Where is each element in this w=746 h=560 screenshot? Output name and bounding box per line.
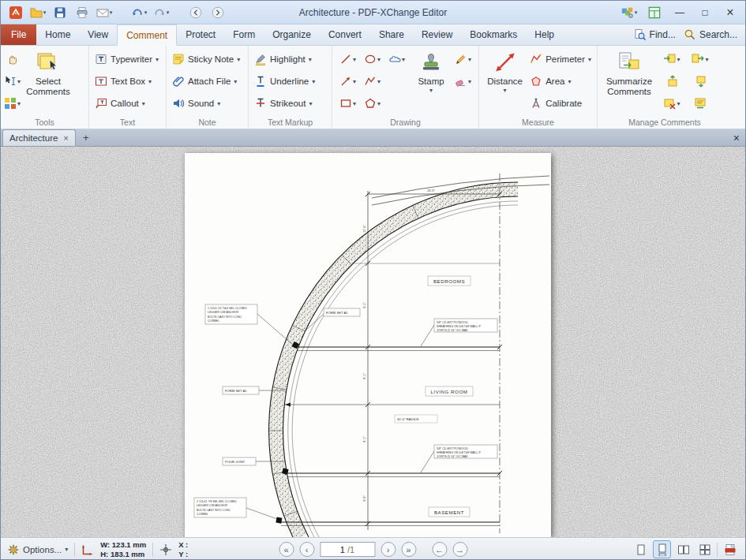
- sticky-note-button[interactable]: Sticky Note ▾: [170, 48, 242, 70]
- cloud-tool-button[interactable]: ▾: [384, 48, 409, 70]
- dropdown-caret[interactable]: ▾: [237, 56, 240, 63]
- perimeter-button[interactable]: Perimeter ▾: [527, 48, 594, 70]
- dropdown-caret[interactable]: ▾: [312, 78, 315, 85]
- arrow-tool-button[interactable]: ▾: [336, 70, 360, 92]
- dropdown-caret[interactable]: ▾: [568, 78, 571, 85]
- area-button[interactable]: Area ▾: [527, 70, 594, 92]
- show-comments-button[interactable]: [694, 92, 707, 114]
- tab-share[interactable]: Share: [370, 24, 413, 45]
- dropdown-caret[interactable]: ▾: [377, 78, 380, 85]
- dropdown-caret[interactable]: ▾: [504, 87, 507, 94]
- tab-form[interactable]: Form: [224, 24, 264, 45]
- dropdown-caret[interactable]: ▾: [429, 87, 433, 94]
- new-document-tab-button[interactable]: +: [79, 131, 93, 144]
- next-comment-button[interactable]: [694, 70, 707, 92]
- dropdown-caret[interactable]: ▾: [402, 56, 405, 63]
- dropdown-caret[interactable]: ▾: [588, 56, 591, 63]
- dropdown-caret[interactable]: ▾: [353, 56, 356, 63]
- tab-help[interactable]: Help: [526, 24, 563, 45]
- print-button[interactable]: [72, 3, 92, 22]
- import-comments-button[interactable]: ▾: [663, 48, 680, 70]
- document-tab-architecture[interactable]: Architecture ×: [2, 129, 76, 146]
- polygon-line-tool-button[interactable]: ▾: [360, 70, 384, 92]
- maximize-button[interactable]: □: [695, 4, 715, 21]
- tab-bookmarks[interactable]: Bookmarks: [461, 24, 526, 45]
- dropdown-caret[interactable]: ▾: [65, 546, 68, 553]
- search-button[interactable]: Search...: [684, 28, 737, 41]
- dropdown-caret[interactable]: ▾: [234, 78, 237, 85]
- open-button[interactable]: ▾: [28, 3, 48, 22]
- summarize-comments-button[interactable]: Summarize Comments: [601, 48, 658, 97]
- dropdown-caret[interactable]: ▾: [17, 100, 21, 107]
- dropdown-caret[interactable]: ▾: [468, 78, 471, 85]
- previous-view-button[interactable]: ←: [432, 542, 447, 557]
- callout-button[interactable]: Callout ▾: [92, 92, 161, 114]
- dropdown-caret[interactable]: ▾: [217, 100, 220, 107]
- next-view-button[interactable]: →: [452, 542, 467, 557]
- dropdown-caret[interactable]: ▾: [705, 56, 708, 63]
- save-button[interactable]: [50, 3, 70, 22]
- comment-styles-button[interactable]: ▾: [4, 92, 21, 114]
- dropdown-caret[interactable]: ▾: [110, 9, 113, 16]
- hide-comments-button[interactable]: ▾: [663, 92, 680, 114]
- text-box-button[interactable]: Text Box ▾: [92, 70, 161, 92]
- dropdown-caret[interactable]: ▾: [353, 78, 356, 85]
- pdf-mode-button[interactable]: [721, 540, 739, 558]
- close-button[interactable]: ×: [720, 4, 740, 21]
- close-pane-icon[interactable]: ×: [733, 132, 740, 144]
- two-page-view-button[interactable]: [674, 540, 692, 558]
- select-text-tool-button[interactable]: ▾: [4, 70, 21, 92]
- select-comments-button[interactable]: Select Comments: [21, 48, 76, 97]
- dropdown-caret[interactable]: ▾: [156, 56, 159, 63]
- nav-forward-button[interactable]: [208, 3, 228, 22]
- minimize-button[interactable]: —: [669, 4, 690, 21]
- tab-comment[interactable]: Comment: [117, 24, 177, 46]
- typewriter-button[interactable]: Typewriter ▾: [92, 48, 161, 70]
- dropdown-caret[interactable]: ▾: [353, 100, 356, 107]
- rectangle-tool-button[interactable]: ▾: [336, 92, 360, 114]
- calibrate-button[interactable]: Calibrate: [527, 92, 594, 114]
- next-page-button[interactable]: ›: [380, 542, 395, 557]
- distance-button[interactable]: Distance ▾: [482, 48, 527, 94]
- tab-file[interactable]: File: [1, 24, 36, 45]
- tab-organize[interactable]: Organize: [264, 24, 320, 45]
- first-page-button[interactable]: «: [279, 542, 294, 557]
- polygon-tool-button[interactable]: ▾: [360, 92, 384, 114]
- page-number-field[interactable]: 1 /1: [320, 542, 375, 557]
- previous-page-button[interactable]: ‹: [299, 542, 314, 557]
- dropdown-caret[interactable]: ▾: [468, 56, 471, 63]
- undo-button[interactable]: ▾: [129, 3, 149, 22]
- underline-button[interactable]: Underline ▾: [252, 70, 317, 92]
- dropdown-caret[interactable]: ▾: [377, 56, 380, 63]
- find-button[interactable]: Find...: [634, 28, 676, 41]
- highlight-button[interactable]: Highlight ▾: [252, 48, 317, 70]
- previous-comment-button[interactable]: [665, 70, 678, 92]
- dropdown-caret[interactable]: ▾: [148, 78, 152, 85]
- redo-button[interactable]: ▾: [151, 3, 171, 22]
- app-icon[interactable]: [6, 3, 26, 22]
- dropdown-caret[interactable]: ▾: [309, 56, 312, 63]
- single-page-view-button[interactable]: [632, 540, 650, 558]
- last-page-button[interactable]: »: [401, 542, 416, 557]
- tab-convert[interactable]: Convert: [320, 24, 370, 45]
- document-tab-close-icon[interactable]: ×: [63, 133, 68, 143]
- pencil-tool-button[interactable]: ▾: [455, 48, 471, 70]
- export-comments-button[interactable]: ▾: [692, 48, 708, 70]
- nav-back-button[interactable]: [186, 3, 206, 22]
- tab-review[interactable]: Review: [413, 24, 461, 45]
- grid-view-button[interactable]: [695, 540, 714, 558]
- tab-protect[interactable]: Protect: [177, 24, 224, 45]
- tab-home[interactable]: Home: [36, 24, 79, 45]
- hand-tool-button[interactable]: [4, 48, 21, 70]
- dropdown-caret[interactable]: ▾: [167, 9, 170, 16]
- pdf-page[interactable]: 1 1/2x5 1/2 T&G SEL CLOSED LEDGER C/W AN…: [185, 153, 551, 537]
- eraser-tool-button[interactable]: ▾: [455, 70, 471, 92]
- tab-view[interactable]: View: [79, 24, 117, 45]
- dropdown-caret[interactable]: ▾: [43, 9, 47, 16]
- line-tool-button[interactable]: ▾: [336, 48, 360, 70]
- dropdown-caret[interactable]: ▾: [635, 9, 638, 16]
- ellipse-tool-button[interactable]: ▾: [360, 48, 384, 70]
- dropdown-caret[interactable]: ▾: [142, 100, 145, 107]
- strikeout-button[interactable]: Strikeout ▾: [252, 92, 317, 114]
- dropdown-caret[interactable]: ▾: [377, 100, 380, 107]
